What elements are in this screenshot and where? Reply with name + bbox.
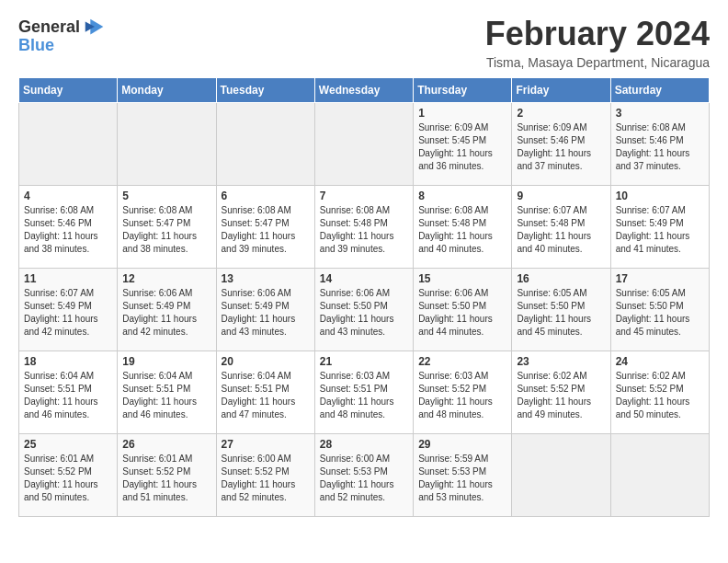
calendar-cell: 19Sunrise: 6:04 AM Sunset: 5:51 PM Dayli… — [118, 351, 216, 434]
calendar-cell — [610, 434, 709, 517]
day-info: Sunrise: 6:00 AM Sunset: 5:52 PM Dayligh… — [222, 453, 310, 504]
logo: General Blue — [18, 15, 108, 55]
day-number: 24 — [616, 355, 704, 368]
weekday-saturday: Saturday — [610, 78, 709, 103]
logo-text: General — [18, 18, 80, 37]
calendar-header: SundayMondayTuesdayWednesdayThursdayFrid… — [19, 78, 710, 103]
calendar-cell: 17Sunrise: 6:05 AM Sunset: 5:50 PM Dayli… — [610, 269, 709, 351]
weekday-header-row: SundayMondayTuesdayWednesdayThursdayFrid… — [19, 78, 710, 103]
calendar-cell: 27Sunrise: 6:00 AM Sunset: 5:52 PM Dayli… — [216, 434, 314, 517]
day-info: Sunrise: 6:06 AM Sunset: 5:50 PM Dayligh… — [320, 287, 408, 339]
week-row-0: 1Sunrise: 6:09 AM Sunset: 5:45 PM Daylig… — [19, 103, 710, 186]
day-number: 20 — [222, 355, 310, 368]
week-row-1: 4Sunrise: 6:08 AM Sunset: 5:46 PM Daylig… — [19, 186, 710, 269]
day-info: Sunrise: 6:07 AM Sunset: 5:49 PM Dayligh… — [24, 287, 112, 339]
day-info: Sunrise: 6:03 AM Sunset: 5:52 PM Dayligh… — [418, 370, 506, 421]
calendar-cell: 22Sunrise: 6:03 AM Sunset: 5:52 PM Dayli… — [414, 351, 512, 434]
calendar-body: 1Sunrise: 6:09 AM Sunset: 5:45 PM Daylig… — [19, 103, 710, 517]
day-info: Sunrise: 6:08 AM Sunset: 5:48 PM Dayligh… — [320, 204, 408, 256]
day-number: 16 — [517, 272, 605, 285]
day-number: 22 — [418, 355, 506, 368]
day-number: 28 — [320, 438, 408, 451]
day-info: Sunrise: 6:05 AM Sunset: 5:50 PM Dayligh… — [517, 287, 605, 339]
calendar-cell: 23Sunrise: 6:02 AM Sunset: 5:52 PM Dayli… — [512, 351, 610, 434]
calendar-cell: 16Sunrise: 6:05 AM Sunset: 5:50 PM Dayli… — [512, 269, 610, 351]
calendar-cell: 8Sunrise: 6:08 AM Sunset: 5:48 PM Daylig… — [414, 186, 512, 269]
day-info: Sunrise: 6:06 AM Sunset: 5:49 PM Dayligh… — [122, 287, 210, 339]
day-number: 17 — [616, 272, 704, 285]
day-info: Sunrise: 6:09 AM Sunset: 5:46 PM Dayligh… — [517, 121, 605, 173]
day-info: Sunrise: 6:02 AM Sunset: 5:52 PM Dayligh… — [616, 370, 704, 421]
day-number: 11 — [24, 272, 112, 285]
day-number: 4 — [24, 190, 112, 202]
calendar-cell: 14Sunrise: 6:06 AM Sunset: 5:50 PM Dayli… — [314, 269, 413, 351]
calendar-cell: 18Sunrise: 6:04 AM Sunset: 5:51 PM Dayli… — [19, 351, 118, 434]
calendar-cell: 10Sunrise: 6:07 AM Sunset: 5:49 PM Dayli… — [610, 186, 709, 269]
calendar-cell: 21Sunrise: 6:03 AM Sunset: 5:51 PM Dayli… — [314, 351, 413, 434]
day-info: Sunrise: 6:01 AM Sunset: 5:52 PM Dayligh… — [122, 453, 210, 504]
day-info: Sunrise: 6:07 AM Sunset: 5:48 PM Dayligh… — [517, 204, 605, 256]
day-info: Sunrise: 6:02 AM Sunset: 5:52 PM Dayligh… — [517, 370, 605, 421]
weekday-tuesday: Tuesday — [216, 78, 314, 103]
week-row-2: 11Sunrise: 6:07 AM Sunset: 5:49 PM Dayli… — [19, 269, 710, 351]
day-number: 9 — [517, 190, 605, 202]
day-info: Sunrise: 6:00 AM Sunset: 5:53 PM Dayligh… — [320, 453, 408, 504]
day-info: Sunrise: 6:09 AM Sunset: 5:45 PM Dayligh… — [418, 121, 506, 173]
day-number: 18 — [24, 355, 112, 368]
day-number: 25 — [24, 438, 112, 451]
day-number: 7 — [320, 190, 408, 202]
calendar-cell: 28Sunrise: 6:00 AM Sunset: 5:53 PM Dayli… — [314, 434, 413, 517]
day-number: 8 — [418, 190, 506, 202]
day-number: 15 — [418, 272, 506, 285]
day-info: Sunrise: 6:08 AM Sunset: 5:46 PM Dayligh… — [616, 121, 704, 173]
day-number: 10 — [616, 190, 704, 202]
day-number: 27 — [222, 438, 310, 451]
calendar-cell: 9Sunrise: 6:07 AM Sunset: 5:48 PM Daylig… — [512, 186, 610, 269]
day-number: 29 — [418, 438, 506, 451]
calendar-cell: 3Sunrise: 6:08 AM Sunset: 5:46 PM Daylig… — [610, 103, 709, 186]
logo-icon — [82, 15, 108, 40]
day-info: Sunrise: 6:05 AM Sunset: 5:50 PM Dayligh… — [616, 287, 704, 339]
day-number: 6 — [222, 190, 310, 202]
calendar-cell: 25Sunrise: 6:01 AM Sunset: 5:52 PM Dayli… — [19, 434, 118, 517]
calendar-cell: 26Sunrise: 6:01 AM Sunset: 5:52 PM Dayli… — [118, 434, 216, 517]
calendar-cell: 11Sunrise: 6:07 AM Sunset: 5:49 PM Dayli… — [19, 269, 118, 351]
calendar-cell: 2Sunrise: 6:09 AM Sunset: 5:46 PM Daylig… — [512, 103, 610, 186]
calendar-cell: 7Sunrise: 6:08 AM Sunset: 5:48 PM Daylig… — [314, 186, 413, 269]
calendar-cell: 5Sunrise: 6:08 AM Sunset: 5:47 PM Daylig… — [118, 186, 216, 269]
month-title: February 2024 — [485, 15, 710, 53]
weekday-thursday: Thursday — [414, 78, 512, 103]
calendar-cell — [512, 434, 610, 517]
title-area: February 2024 Tisma, Masaya Department, … — [485, 15, 710, 70]
calendar-cell — [19, 103, 118, 186]
day-info: Sunrise: 6:08 AM Sunset: 5:46 PM Dayligh… — [24, 204, 112, 256]
day-number: 21 — [320, 355, 408, 368]
day-number: 3 — [616, 107, 704, 120]
calendar-cell — [216, 103, 314, 186]
day-number: 19 — [122, 355, 210, 368]
day-info: Sunrise: 6:04 AM Sunset: 5:51 PM Dayligh… — [222, 370, 310, 421]
calendar-cell: 24Sunrise: 6:02 AM Sunset: 5:52 PM Dayli… — [610, 351, 709, 434]
day-info: Sunrise: 6:06 AM Sunset: 5:49 PM Dayligh… — [222, 287, 310, 339]
day-info: Sunrise: 6:04 AM Sunset: 5:51 PM Dayligh… — [24, 370, 112, 421]
calendar-cell: 20Sunrise: 6:04 AM Sunset: 5:51 PM Dayli… — [216, 351, 314, 434]
day-number: 1 — [418, 107, 506, 120]
calendar-cell: 1Sunrise: 6:09 AM Sunset: 5:45 PM Daylig… — [414, 103, 512, 186]
week-row-3: 18Sunrise: 6:04 AM Sunset: 5:51 PM Dayli… — [19, 351, 710, 434]
day-number: 14 — [320, 272, 408, 285]
day-info: Sunrise: 6:03 AM Sunset: 5:51 PM Dayligh… — [320, 370, 408, 421]
calendar-cell: 6Sunrise: 6:08 AM Sunset: 5:47 PM Daylig… — [216, 186, 314, 269]
location-subtitle: Tisma, Masaya Department, Nicaragua — [485, 55, 710, 70]
day-number: 26 — [122, 438, 210, 451]
day-info: Sunrise: 6:08 AM Sunset: 5:48 PM Dayligh… — [418, 204, 506, 256]
header: General Blue February 2024 Tisma, Masaya… — [18, 15, 710, 70]
day-info: Sunrise: 5:59 AM Sunset: 5:53 PM Dayligh… — [418, 453, 506, 504]
calendar-cell: 12Sunrise: 6:06 AM Sunset: 5:49 PM Dayli… — [118, 269, 216, 351]
day-number: 23 — [517, 355, 605, 368]
calendar-cell: 13Sunrise: 6:06 AM Sunset: 5:49 PM Dayli… — [216, 269, 314, 351]
day-number: 13 — [222, 272, 310, 285]
day-info: Sunrise: 6:06 AM Sunset: 5:50 PM Dayligh… — [418, 287, 506, 339]
day-info: Sunrise: 6:01 AM Sunset: 5:52 PM Dayligh… — [24, 453, 112, 504]
day-info: Sunrise: 6:08 AM Sunset: 5:47 PM Dayligh… — [222, 204, 310, 256]
weekday-monday: Monday — [118, 78, 216, 103]
